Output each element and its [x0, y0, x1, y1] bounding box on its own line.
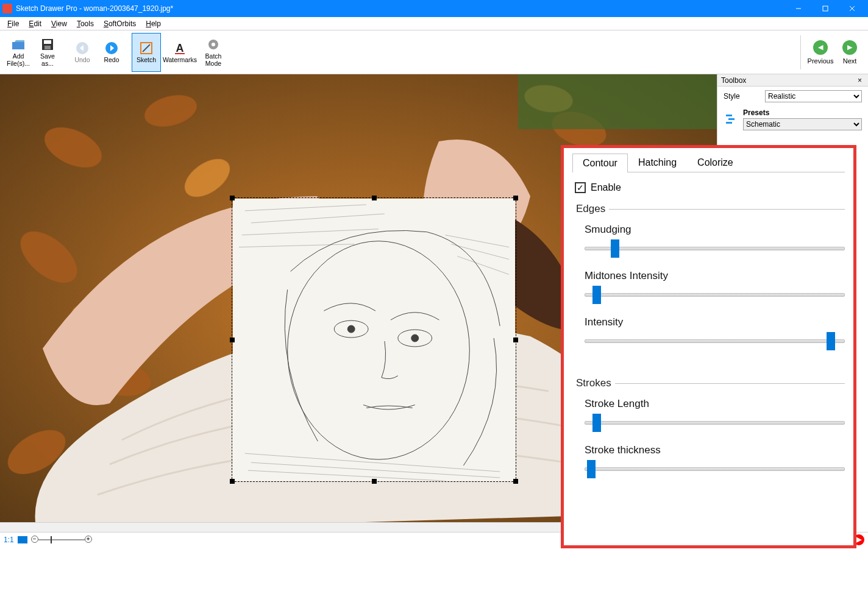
redo-icon	[104, 41, 119, 55]
zoom-in-button[interactable]: +	[85, 536, 92, 543]
arrow-right-icon: ▶	[842, 40, 857, 55]
smudging-slider[interactable]	[585, 242, 845, 254]
next-button[interactable]: ▶ Next	[835, 40, 864, 65]
save-as-label: Save as...	[34, 53, 62, 67]
stroke-thickness-slider[interactable]	[585, 462, 845, 475]
add-file-button[interactable]: Add File(s)...	[4, 33, 33, 72]
strokes-legend: Strokes	[572, 377, 615, 389]
svg-line-12	[143, 44, 150, 52]
next-label: Next	[843, 57, 857, 65]
presets-icon	[725, 113, 737, 127]
svg-rect-7	[44, 40, 51, 44]
batch-label: Batch Mode	[199, 53, 227, 67]
tab-hatching[interactable]: Hatching	[628, 153, 687, 172]
watermarks-label: Watermarks	[163, 57, 197, 64]
handle-top-middle[interactable]	[372, 196, 377, 200]
stroke-thickness-label: Stroke thickness	[585, 444, 845, 456]
svg-point-16	[212, 43, 215, 46]
folder-open-icon	[11, 37, 26, 52]
window-title: Sketch Drawer Pro - woman-2003647_1920.j…	[16, 4, 785, 13]
menu-tools[interactable]: Tools	[72, 18, 99, 29]
menu-edit[interactable]: Edit	[24, 18, 46, 29]
app-icon	[2, 4, 12, 13]
fit-to-window-button[interactable]	[18, 536, 27, 543]
svg-text:A: A	[176, 42, 184, 54]
svg-marker-5	[12, 40, 24, 42]
smudging-label: Smudging	[585, 224, 845, 236]
redo-label: Redo	[104, 57, 119, 64]
menu-view[interactable]: View	[46, 18, 72, 29]
stroke-length-slider[interactable]	[585, 416, 845, 428]
maximize-button[interactable]	[812, 0, 839, 17]
selection-rectangle[interactable]	[232, 197, 516, 482]
handle-top-right[interactable]	[513, 196, 518, 200]
svg-rect-37	[728, 118, 735, 120]
toolbox-close-button[interactable]: ×	[855, 76, 864, 85]
zoom-out-button[interactable]: −	[31, 536, 38, 543]
close-button[interactable]	[839, 0, 866, 17]
previous-label: Previous	[808, 57, 834, 65]
batch-mode-button[interactable]: Batch Mode	[199, 33, 228, 72]
menu-file[interactable]: File	[2, 18, 24, 29]
intensity-slider[interactable]	[585, 334, 845, 347]
save-icon	[40, 37, 55, 52]
arrow-left-icon: ◀	[813, 40, 828, 55]
toolbar: Add File(s)... Save as... Undo Redo Sket…	[0, 30, 868, 74]
presets-label: Presets	[743, 108, 862, 117]
sketch-preview	[233, 199, 515, 481]
sketch-button[interactable]: Sketch	[132, 33, 161, 72]
tab-contour[interactable]: Contour	[572, 154, 628, 172]
enable-checkbox[interactable]: ✓ Enable	[575, 182, 842, 193]
add-file-label: Add File(s)...	[4, 53, 32, 67]
style-select[interactable]: Realistic	[765, 90, 862, 102]
handle-bottom-left[interactable]	[230, 479, 235, 484]
redo-button[interactable]: Redo	[97, 33, 126, 72]
zoom-slider[interactable]: − +	[31, 535, 92, 545]
contour-settings-panel: Contour Hatching Colorize ✓ Enable Edges…	[561, 145, 856, 548]
minimize-button[interactable]	[785, 0, 812, 17]
handle-bottom-right[interactable]	[513, 479, 518, 484]
handle-top-left[interactable]	[230, 196, 235, 200]
undo-icon	[75, 41, 90, 55]
stroke-length-label: Stroke Length	[585, 398, 845, 410]
svg-rect-36	[726, 115, 732, 116]
style-label: Style	[724, 92, 760, 101]
midtones-label: Midtones Intensity	[585, 270, 845, 282]
watermarks-button[interactable]: A Watermarks	[161, 33, 199, 72]
titlebar: Sketch Drawer Pro - woman-2003647_1920.j…	[0, 0, 868, 17]
svg-rect-29	[518, 74, 717, 129]
menu-softorbits[interactable]: SoftOrbits	[99, 18, 141, 29]
menu-help[interactable]: Help	[141, 18, 166, 29]
svg-rect-38	[726, 122, 732, 124]
handle-bottom-middle[interactable]	[372, 479, 377, 484]
menubar: File Edit View Tools SoftOrbits Help	[0, 17, 868, 30]
edges-legend: Edges	[572, 203, 609, 215]
toolbox-title: Toolbox	[721, 76, 855, 85]
save-as-button[interactable]: Save as...	[33, 33, 62, 72]
svg-point-35	[411, 334, 419, 342]
handle-middle-right[interactable]	[513, 338, 518, 342]
undo-button[interactable]: Undo	[68, 33, 97, 72]
svg-rect-8	[44, 46, 51, 49]
sketch-icon	[139, 41, 154, 55]
zoom-ratio-button[interactable]: 1:1	[4, 536, 14, 544]
intensity-label: Intensity	[585, 316, 845, 328]
undo-label: Undo	[74, 57, 90, 64]
sketch-label: Sketch	[137, 57, 156, 64]
tab-colorize[interactable]: Colorize	[687, 153, 744, 172]
previous-button[interactable]: ◀ Previous	[806, 40, 835, 65]
midtones-slider[interactable]	[585, 288, 845, 300]
contour-tabs: Contour Hatching Colorize	[572, 153, 845, 172]
gear-icon	[206, 37, 221, 52]
watermark-icon: A	[173, 41, 187, 55]
svg-rect-1	[823, 6, 828, 11]
presets-select[interactable]: Schematic	[743, 118, 862, 130]
enable-label: Enable	[591, 182, 621, 193]
handle-middle-left[interactable]	[230, 338, 235, 342]
svg-rect-4	[12, 42, 24, 49]
checkbox-icon: ✓	[575, 182, 586, 193]
svg-point-34	[347, 325, 355, 333]
